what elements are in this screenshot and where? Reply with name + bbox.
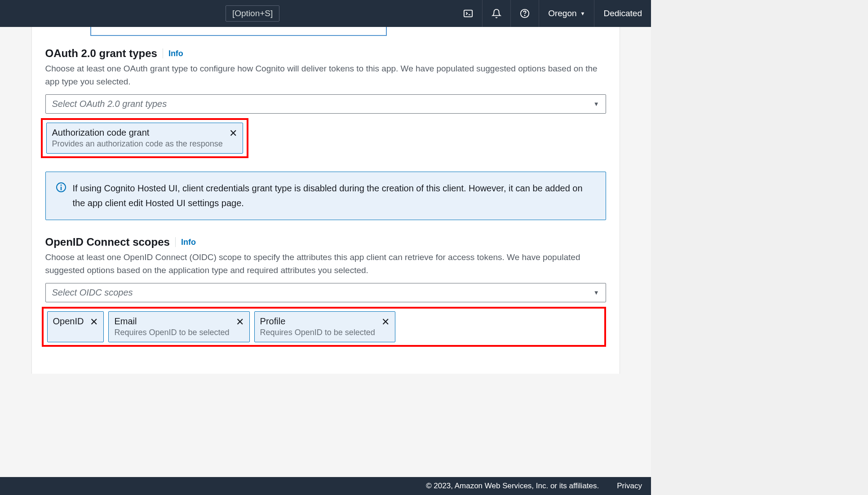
dropdown-placeholder: Select OIDC scopes xyxy=(52,287,133,298)
oidc-scopes-section: OpenID Connect scopes Info Choose at lea… xyxy=(45,236,606,347)
cloudshell-icon xyxy=(463,9,473,18)
grant-type-tag: Authorization code grant Provides an aut… xyxy=(46,123,243,154)
tag-sublabel: Requires OpenID to be selected xyxy=(114,328,229,337)
scope-tag-openid: OpenID ✕ xyxy=(47,311,104,342)
svg-point-2 xyxy=(525,15,525,16)
tag-label: Email xyxy=(114,316,229,327)
tag-body: Profile Requires OpenID to be selected xyxy=(260,316,375,337)
tag-label: OpenID xyxy=(53,316,84,327)
oauth-grant-types-section: OAuth 2.0 grant types Info Choose at lea… xyxy=(45,47,606,220)
account-label: Dedicated xyxy=(603,9,642,18)
info-link[interactable]: Info xyxy=(168,49,183,58)
section-description: Choose at least one OAuth grant type to … xyxy=(45,62,606,88)
oidc-scopes-dropdown[interactable]: Select OIDC scopes ▼ xyxy=(45,283,606,302)
top-nav-left: [Option+S] xyxy=(0,5,279,22)
tag-sublabel: Provides an authorization code as the re… xyxy=(52,139,223,149)
bell-icon xyxy=(492,9,501,18)
info-link[interactable]: Info xyxy=(181,238,196,247)
svg-rect-0 xyxy=(464,10,472,17)
callout-text: If using Cognito Hosted UI, client crede… xyxy=(73,181,596,211)
cloudshell-button[interactable] xyxy=(454,0,482,27)
partial-prior-selection xyxy=(90,27,387,36)
remove-tag-button[interactable]: ✕ xyxy=(90,317,98,327)
top-navigation: [Option+S] Oregon ▼ xyxy=(0,0,651,27)
account-menu[interactable]: Dedicated xyxy=(594,0,647,27)
section-header: OAuth 2.0 grant types Info xyxy=(45,47,606,60)
grant-types-dropdown[interactable]: Select OAuth 2.0 grant types ▼ xyxy=(45,94,606,114)
region-label: Oregon xyxy=(548,9,576,18)
help-button[interactable] xyxy=(510,0,539,27)
chevron-down-icon: ▼ xyxy=(593,101,599,107)
keyboard-shortcut-hint: [Option+S] xyxy=(226,5,279,22)
region-selector[interactable]: Oregon ▼ xyxy=(539,0,594,27)
chevron-down-icon: ▼ xyxy=(593,289,599,296)
svg-rect-5 xyxy=(60,187,61,190)
content-panel: OAuth 2.0 grant types Info Choose at lea… xyxy=(31,27,620,374)
page-body: OAuth 2.0 grant types Info Choose at lea… xyxy=(0,27,651,477)
tag-body: OpenID xyxy=(53,316,84,327)
footer: © 2023, Amazon Web Services, Inc. or its… xyxy=(0,477,651,495)
tag-body: Email Requires OpenID to be selected xyxy=(114,316,229,337)
remove-tag-button[interactable]: ✕ xyxy=(236,317,244,327)
section-title: OAuth 2.0 grant types xyxy=(45,47,157,60)
section-header: OpenID Connect scopes Info xyxy=(45,236,606,248)
scope-tag-email: Email Requires OpenID to be selected ✕ xyxy=(108,311,249,342)
remove-tag-button[interactable]: ✕ xyxy=(229,128,237,138)
help-icon xyxy=(520,9,530,18)
divider xyxy=(163,49,163,58)
tag-body: Authorization code grant Provides an aut… xyxy=(52,128,223,149)
remove-tag-button[interactable]: ✕ xyxy=(381,317,390,327)
tag-label: Authorization code grant xyxy=(52,128,223,138)
section-title: OpenID Connect scopes xyxy=(45,236,170,248)
highlighted-scope-selection: OpenID ✕ Email Requires OpenID to be sel… xyxy=(42,307,606,347)
copyright-text: © 2023, Amazon Web Services, Inc. or its… xyxy=(426,482,599,491)
info-icon xyxy=(56,182,66,193)
tag-sublabel: Requires OpenID to be selected xyxy=(260,328,375,337)
top-nav-right: Oregon ▼ Dedicated xyxy=(454,0,647,27)
info-callout: If using Cognito Hosted UI, client crede… xyxy=(45,172,606,220)
chevron-down-icon: ▼ xyxy=(580,11,585,16)
divider xyxy=(175,237,176,247)
privacy-link[interactable]: Privacy xyxy=(617,482,642,491)
svg-point-4 xyxy=(60,185,62,186)
dropdown-placeholder: Select OAuth 2.0 grant types xyxy=(52,99,167,109)
section-description: Choose at least one OpenID Connect (OIDC… xyxy=(45,251,606,277)
scope-tag-profile: Profile Requires OpenID to be selected ✕ xyxy=(254,311,395,342)
notifications-button[interactable] xyxy=(482,0,510,27)
tag-label: Profile xyxy=(260,316,375,327)
highlighted-grant-selection: Authorization code grant Provides an aut… xyxy=(41,118,248,158)
